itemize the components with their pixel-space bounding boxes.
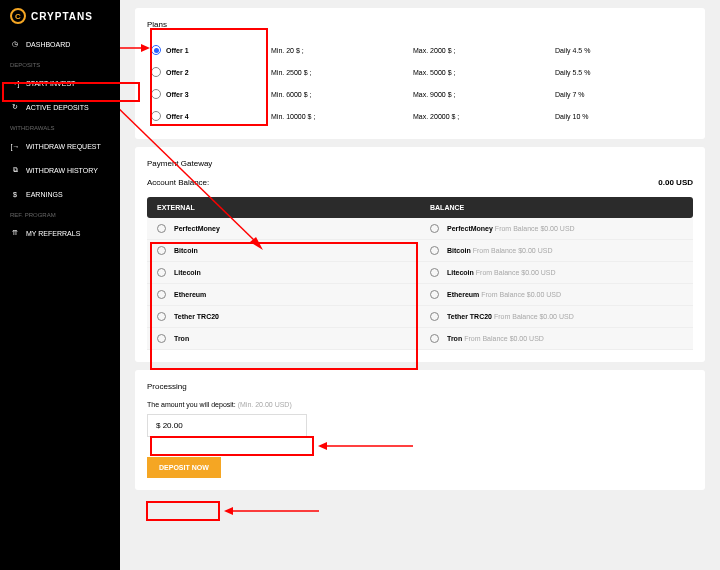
method-name: Tether TRC20 [174,313,219,320]
balance-method[interactable]: Tron From Balance $0.00 USD [420,328,693,350]
nav-section-withdrawals: WITHDRAWALS [0,119,120,134]
radio-icon[interactable] [430,334,439,343]
method-name: Litecoin From Balance $0.00 USD [447,269,556,276]
nav-label: DASHBOARD [26,41,70,48]
radio-icon[interactable] [430,224,439,233]
method-name: Ethereum From Balance $0.00 USD [447,291,561,298]
processing-card: Processing The amount you will deposit: … [135,370,705,490]
radio-icon[interactable] [430,268,439,277]
offer-max: Max. 9000 $ ; [409,83,551,105]
brand-logo: C CRYPTANS [0,0,120,32]
radio-icon[interactable] [151,89,161,99]
offer-max: Max. 2000 $ ; [409,39,551,61]
col-balance: BALANCE [420,197,693,218]
nav-earnings[interactable]: $EARNINGS [0,182,120,206]
plans-card: Plans Offer 1Min. 20 $ ;Max. 2000 $ ;Dai… [135,8,705,139]
plan-offer[interactable]: Offer 1 [147,39,267,61]
nav-start-invest[interactable]: →]START INVEST [0,71,120,95]
nav-active-deposits[interactable]: ↻ACTIVE DEPOSITS [0,95,120,119]
external-method[interactable]: Bitcoin [147,240,420,262]
plans-title: Plans [147,20,693,29]
balance-method[interactable]: Ethereum From Balance $0.00 USD [420,284,693,306]
radio-icon[interactable] [157,312,166,321]
external-method[interactable]: PerfectMoney [147,218,420,240]
plan-offer[interactable]: Offer 3 [147,83,267,105]
offer-daily: Daily 5.5 % [551,61,693,83]
radio-icon[interactable] [157,246,166,255]
method-name: Tron [174,335,189,342]
radio-icon[interactable] [430,312,439,321]
offer-name: Offer 2 [166,69,189,76]
account-balance: Account Balance: 0.00 USD [147,178,693,187]
balance-method[interactable]: Litecoin From Balance $0.00 USD [420,262,693,284]
radio-icon[interactable] [157,268,166,277]
external-method[interactable]: Tron [147,328,420,350]
deposit-hint: (Min. 20.00 USD) [238,401,292,408]
external-column: PerfectMoneyBitcoinLitecoinEthereumTethe… [147,218,420,350]
nav-section-deposits: DEPOSITS [0,56,120,71]
radio-icon[interactable] [151,45,161,55]
external-method[interactable]: Litecoin [147,262,420,284]
nav-label: WITHDRAW REQUEST [26,143,101,150]
logo-icon: C [10,8,26,24]
offer-daily: Daily 7 % [551,83,693,105]
offer-daily: Daily 10 % [551,105,693,127]
balance-method[interactable]: PerfectMoney From Balance $0.00 USD [420,218,693,240]
sidebar: C CRYPTANS ◷DASHBOARD DEPOSITS →]START I… [0,0,120,570]
main-content: Plans Offer 1Min. 20 $ ;Max. 2000 $ ;Dai… [120,0,720,570]
col-external: EXTERNAL [147,197,420,218]
offer-min: Min. 20 $ ; [267,39,409,61]
coins-icon: $ [10,189,20,199]
balance-method[interactable]: Tether TRC20 From Balance $0.00 USD [420,306,693,328]
plan-offer[interactable]: Offer 2 [147,61,267,83]
nav-label: ACTIVE DEPOSITS [26,104,89,111]
wallet-icon: ⧉ [10,165,20,175]
radio-icon[interactable] [151,67,161,77]
method-name: PerfectMoney From Balance $0.00 USD [447,225,575,232]
method-name: PerfectMoney [174,225,220,232]
processing-title: Processing [147,382,693,391]
offer-min: Min. 10000 $ ; [267,105,409,127]
annotation-box [146,501,220,521]
radio-icon[interactable] [430,246,439,255]
nav-dashboard[interactable]: ◷DASHBOARD [0,32,120,56]
plans-table: Offer 1Min. 20 $ ;Max. 2000 $ ;Daily 4.5… [147,39,693,127]
logout-icon: [→ [10,141,20,151]
offer-daily: Daily 4.5 % [551,39,693,61]
deposit-label: The amount you will deposit: (Min. 20.00… [147,401,693,408]
balance-column: PerfectMoney From Balance $0.00 USDBitco… [420,218,693,350]
deposit-label-text: The amount you will deposit: [147,401,236,408]
radio-icon[interactable] [430,290,439,299]
radio-icon[interactable] [157,224,166,233]
offer-min: Min. 6000 $ ; [267,83,409,105]
nav-label: START INVEST [26,80,75,87]
nav-label: EARNINGS [26,191,63,198]
radio-icon[interactable] [151,111,161,121]
nav-my-referrals[interactable]: ⇈MY REFERRALS [0,221,120,245]
balance-value: 0.00 USD [658,178,693,187]
svg-marker-7 [224,507,233,515]
deposit-amount-input[interactable] [147,414,307,437]
chart-icon: ⇈ [10,228,20,238]
offer-name: Offer 3 [166,91,189,98]
offer-name: Offer 1 [166,47,189,54]
nav-withdraw-history[interactable]: ⧉WITHDRAW HISTORY [0,158,120,182]
nav-withdraw-request[interactable]: [→WITHDRAW REQUEST [0,134,120,158]
method-name: Ethereum [174,291,206,298]
balance-label: Account Balance: [147,178,209,187]
gateway-card: Payment Gateway Account Balance: 0.00 US… [135,147,705,362]
method-name: Tether TRC20 From Balance $0.00 USD [447,313,574,320]
gateway-body: PerfectMoneyBitcoinLitecoinEthereumTethe… [147,218,693,350]
balance-method[interactable]: Bitcoin From Balance $0.00 USD [420,240,693,262]
nav-section-ref: REF. PROGRAM [0,206,120,221]
annotation-arrow [224,505,319,517]
radio-icon[interactable] [157,290,166,299]
radio-icon[interactable] [157,334,166,343]
offer-max: Max. 20000 $ ; [409,105,551,127]
offer-name: Offer 4 [166,113,189,120]
plan-offer[interactable]: Offer 4 [147,105,267,127]
external-method[interactable]: Tether TRC20 [147,306,420,328]
method-name: Tron From Balance $0.00 USD [447,335,544,342]
external-method[interactable]: Ethereum [147,284,420,306]
deposit-now-button[interactable]: DEPOSIT NOW [147,457,221,478]
